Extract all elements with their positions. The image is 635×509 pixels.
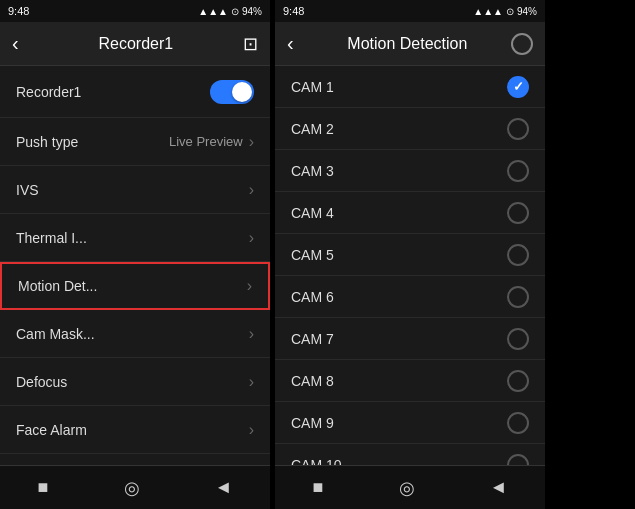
- cam-item-8[interactable]: CAM 8: [275, 360, 545, 402]
- left-signal: ▲▲▲ ⊙ 94%: [198, 6, 262, 17]
- menu-item-thermal[interactable]: Thermal I... ›: [0, 214, 270, 262]
- push-type-label: Push type: [16, 134, 78, 150]
- face-alarm-label: Face Alarm: [16, 422, 87, 438]
- cam-item-6[interactable]: CAM 6: [275, 276, 545, 318]
- left-nav-title: Recorder1: [29, 35, 243, 53]
- cam-label-7: CAM 7: [291, 331, 334, 347]
- left-time: 9:48: [8, 5, 29, 17]
- cam-label-6: CAM 6: [291, 289, 334, 305]
- left-status-bar: 9:48 ▲▲▲ ⊙ 94%: [0, 0, 270, 22]
- push-type-value: Live Preview: [169, 134, 243, 149]
- left-menu-list: Push type Live Preview › IVS › Thermal I…: [0, 118, 270, 465]
- right-select-all-circle[interactable]: [511, 33, 533, 55]
- defocus-label: Defocus: [16, 374, 67, 390]
- right-panel: 9:48 ▲▲▲ ⊙ 94% ‹ Motion Detection CAM 1C…: [275, 0, 545, 509]
- cam-label-8: CAM 8: [291, 373, 334, 389]
- cam-label-1: CAM 1: [291, 79, 334, 95]
- cam-radio-5[interactable]: [507, 244, 529, 266]
- left-panel: 9:48 ▲▲▲ ⊙ 94% ‹ Recorder1 ⊡ Recorder1 P…: [0, 0, 270, 509]
- ivs-label: IVS: [16, 182, 39, 198]
- push-type-chevron: ›: [249, 133, 254, 151]
- left-back-button[interactable]: ‹: [12, 32, 19, 55]
- cam-radio-4[interactable]: [507, 202, 529, 224]
- cam-item-7[interactable]: CAM 7: [275, 318, 545, 360]
- cam-radio-1[interactable]: [507, 76, 529, 98]
- menu-item-defocus[interactable]: Defocus ›: [0, 358, 270, 406]
- cam-item-2[interactable]: CAM 2: [275, 108, 545, 150]
- cam-label-2: CAM 2: [291, 121, 334, 137]
- motion-det-label: Motion Det...: [18, 278, 97, 294]
- menu-item-push-type[interactable]: Push type Live Preview ›: [0, 118, 270, 166]
- left-save-icon[interactable]: ⊡: [243, 33, 258, 55]
- cam-mask-label: Cam Mask...: [16, 326, 95, 342]
- right-signal-icon: ▲▲▲: [473, 6, 503, 17]
- cam-radio-8[interactable]: [507, 370, 529, 392]
- menu-item-ivs[interactable]: IVS ›: [0, 166, 270, 214]
- camera-list: CAM 1CAM 2CAM 3CAM 4CAM 5CAM 6CAM 7CAM 8…: [275, 66, 545, 465]
- right-nav-bar: ‹ Motion Detection: [275, 22, 545, 66]
- thermal-label: Thermal I...: [16, 230, 87, 246]
- recorder-label: Recorder1: [16, 84, 81, 100]
- cam-radio-2[interactable]: [507, 118, 529, 140]
- menu-item-audio-dete[interactable]: Audio Dete... ›: [0, 454, 270, 465]
- motion-det-chevron: ›: [247, 277, 252, 295]
- cam-label-5: CAM 5: [291, 247, 334, 263]
- right-back-button[interactable]: ‹: [287, 32, 294, 55]
- cam-radio-6[interactable]: [507, 286, 529, 308]
- cam-label-9: CAM 9: [291, 415, 334, 431]
- cam-label-4: CAM 4: [291, 205, 334, 221]
- cam-label-10: CAM 10: [291, 457, 342, 466]
- menu-item-motion-det[interactable]: Motion Det... ›: [0, 262, 270, 310]
- face-alarm-chevron: ›: [249, 421, 254, 439]
- left-bottom-nav: ■ ◎ ◄: [0, 465, 270, 509]
- left-home-button[interactable]: ■: [18, 469, 69, 506]
- left-back-nav-button[interactable]: ◄: [195, 469, 253, 506]
- recorder-toggle-row: Recorder1: [0, 66, 270, 118]
- cam-item-10[interactable]: CAM 10: [275, 444, 545, 465]
- right-nav-title: Motion Detection: [304, 35, 511, 53]
- cam-item-3[interactable]: CAM 3: [275, 150, 545, 192]
- battery-icon: 94%: [242, 6, 262, 17]
- recorder-toggle[interactable]: [210, 80, 254, 104]
- right-time: 9:48: [283, 5, 304, 17]
- right-signal: ▲▲▲ ⊙ 94%: [473, 6, 537, 17]
- signal-icon: ▲▲▲: [198, 6, 228, 17]
- cam-item-5[interactable]: CAM 5: [275, 234, 545, 276]
- cam-radio-3[interactable]: [507, 160, 529, 182]
- left-nav-bar: ‹ Recorder1 ⊡: [0, 22, 270, 66]
- right-bottom-nav: ■ ◎ ◄: [275, 465, 545, 509]
- menu-item-face-alarm[interactable]: Face Alarm ›: [0, 406, 270, 454]
- right-battery-icon: 94%: [517, 6, 537, 17]
- menu-item-cam-mask[interactable]: Cam Mask... ›: [0, 310, 270, 358]
- push-type-right: Live Preview ›: [169, 133, 254, 151]
- right-circle-button[interactable]: ◎: [379, 469, 435, 507]
- right-wifi-icon: ⊙: [506, 6, 514, 17]
- right-home-button[interactable]: ■: [293, 469, 344, 506]
- cam-radio-10[interactable]: [507, 454, 529, 466]
- cam-radio-7[interactable]: [507, 328, 529, 350]
- wifi-icon: ⊙: [231, 6, 239, 17]
- cam-label-3: CAM 3: [291, 163, 334, 179]
- right-status-bar: 9:48 ▲▲▲ ⊙ 94%: [275, 0, 545, 22]
- cam-radio-9[interactable]: [507, 412, 529, 434]
- cam-item-1[interactable]: CAM 1: [275, 66, 545, 108]
- cam-item-4[interactable]: CAM 4: [275, 192, 545, 234]
- thermal-chevron: ›: [249, 229, 254, 247]
- cam-mask-chevron: ›: [249, 325, 254, 343]
- cam-item-9[interactable]: CAM 9: [275, 402, 545, 444]
- left-circle-button[interactable]: ◎: [104, 469, 160, 507]
- right-back-nav-button[interactable]: ◄: [470, 469, 528, 506]
- ivs-chevron: ›: [249, 181, 254, 199]
- defocus-chevron: ›: [249, 373, 254, 391]
